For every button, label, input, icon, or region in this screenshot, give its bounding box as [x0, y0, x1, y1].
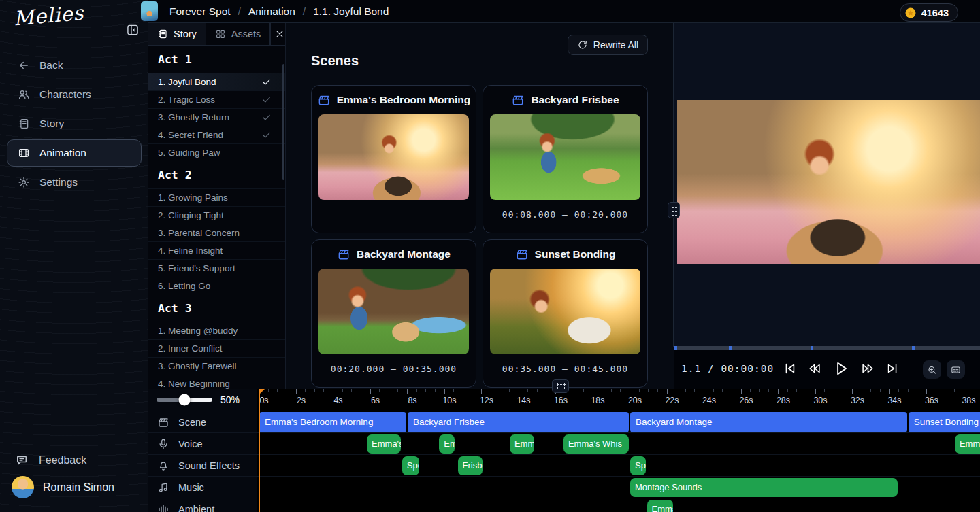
rewind-button[interactable] — [807, 361, 822, 378]
sidebar-item-story[interactable]: Story — [7, 110, 142, 137]
ruler-tick — [416, 389, 417, 392]
timeline-resize-handle[interactable] — [552, 379, 569, 393]
coin-icon — [904, 7, 917, 19]
breadcrumb-section[interactable]: Animation — [248, 5, 295, 18]
ruler-tick — [323, 389, 324, 392]
story-item-2-clinging-tight[interactable]: 2. Clinging Tight — [148, 206, 285, 224]
story-item-5-friend-s-support[interactable]: 5. Friend's Support — [148, 259, 285, 277]
act-header: Act 2 — [148, 161, 285, 188]
breadcrumb-scene[interactable]: 1.1. Joyful Bond — [313, 5, 389, 18]
clip-emma[interactable]: Emma — [439, 434, 455, 454]
clip-sunset-bonding[interactable]: Sunset Bonding — [909, 412, 980, 432]
clip-frisbe[interactable]: Frisbe — [458, 456, 483, 475]
ruler-tick — [732, 389, 732, 392]
ruler-tick — [926, 389, 927, 394]
clip-emma[interactable]: Emma — [955, 434, 980, 454]
scene-thumbnail[interactable] — [318, 269, 469, 354]
panel-resize-handle[interactable] — [668, 202, 680, 218]
track-label-sound-effects[interactable]: Sound Effects — [148, 455, 257, 477]
tab-story[interactable]: Story — [148, 23, 206, 45]
clip-emma-s[interactable]: Emma's — [367, 434, 401, 454]
sidebar-item-animation[interactable]: Animation — [7, 139, 142, 167]
clapperboard-icon — [317, 93, 331, 107]
ruler-label: 20s — [628, 396, 642, 405]
rewrite-all-button[interactable]: Rewrite All — [568, 35, 648, 55]
user-menu[interactable]: Romain Simon — [12, 476, 114, 498]
clip-emma[interactable]: Emma — [510, 434, 534, 454]
skip-start-button[interactable] — [782, 361, 797, 378]
credits-badge[interactable]: 41643 — [900, 3, 958, 22]
scene-card-sunset-bonding[interactable]: Sunset Bonding00:35.000 – 00:45.000 — [483, 239, 648, 388]
project-thumbnail[interactable] — [141, 1, 158, 21]
zoom-in-button[interactable] — [923, 360, 941, 379]
clip-backyard-montage[interactable]: Backyard Montage — [630, 412, 907, 432]
clip-backyard-frisbee[interactable]: Backyard Frisbee — [408, 412, 629, 432]
scene-thumbnail[interactable] — [318, 114, 469, 200]
clip-montage-sounds[interactable]: Montage Sounds — [630, 478, 898, 497]
story-item-label: 5. Guiding Paw — [158, 148, 220, 158]
scene-thumbnail[interactable] — [490, 269, 640, 354]
app-logo[interactable]: Melies — [13, 1, 85, 31]
track-label-music[interactable]: Music — [148, 477, 257, 498]
timeline: 50% SceneVoiceSound EffectsMusicAmbient … — [148, 389, 980, 512]
story-item-3-ghostly-return[interactable]: 3. Ghostly Return — [148, 108, 285, 126]
play-button[interactable] — [832, 360, 850, 379]
story-item-1-meeting-buddy[interactable]: 1. Meeting @buddy — [148, 322, 285, 339]
feedback-button[interactable]: Feedback — [15, 454, 86, 467]
track-label-voice[interactable]: Voice — [148, 433, 257, 455]
sidebar-collapse-button[interactable] — [126, 23, 140, 37]
tab-assets[interactable]: Assets — [206, 23, 271, 45]
check-icon — [261, 77, 272, 87]
track-label-scene[interactable]: Scene — [148, 411, 257, 433]
timeline-zoom-slider[interactable] — [157, 398, 212, 402]
story-item-4-secret-friend[interactable]: 4. Secret Friend — [148, 126, 285, 143]
clip-spo[interactable]: Spo — [402, 456, 419, 475]
transport-tools — [923, 360, 965, 379]
story-item-2-tragic-loss[interactable]: 2. Tragic Loss — [148, 90, 285, 108]
breadcrumb-project[interactable]: Forever Spot — [169, 5, 231, 18]
skip-end-button[interactable] — [885, 361, 900, 378]
avatar — [12, 476, 34, 498]
ruler-tick — [722, 389, 723, 392]
fast-forward-button[interactable] — [860, 361, 875, 378]
track-row-ambient[interactable]: Emma — [257, 498, 980, 512]
story-item-2-inner-conflict[interactable]: 2. Inner Conflict — [148, 339, 285, 357]
scene-thumbnail[interactable] — [490, 114, 640, 200]
zoom-slider-knob[interactable] — [179, 394, 191, 406]
story-scrollbar[interactable] — [282, 64, 284, 180]
ruler-label: 10s — [442, 396, 456, 405]
ruler-tick — [463, 389, 463, 392]
track-label-ambient[interactable]: Ambient — [148, 498, 257, 512]
track-row-music[interactable]: Montage Sounds — [257, 477, 980, 498]
story-item-1-joyful-bond[interactable]: 1. Joyful Bond — [148, 73, 285, 90]
scene-card-backyard-frisbee[interactable]: Backyard Frisbee00:08.000 – 00:20.000 — [483, 85, 648, 233]
track-row-sound-effects[interactable]: SpoFrisbeSpo — [257, 455, 980, 477]
story-item-5-guiding-paw[interactable]: 5. Guiding Paw — [148, 143, 285, 161]
captions-button[interactable] — [947, 360, 965, 379]
scene-card-emma-s-bedroom-morning[interactable]: Emma's Bedroom Morning — [311, 85, 476, 233]
sidebar-item-characters[interactable]: Characters — [7, 81, 142, 108]
sidebar-item-settings[interactable]: Settings — [7, 169, 142, 196]
story-item-label: 4. New Beginning — [158, 379, 230, 389]
story-item-6-letting-go[interactable]: 6. Letting Go — [148, 277, 285, 294]
story-item-1-growing-pains[interactable]: 1. Growing Pains — [148, 188, 285, 206]
timeline-ruler[interactable]: 0s2s4s6s8s10s12s14s16s18s20s22s24s26s28s… — [257, 389, 980, 411]
clip-emma[interactable]: Emma — [647, 500, 674, 512]
playhead[interactable] — [259, 389, 260, 512]
clip-emma-s-whis[interactable]: Emma's Whis — [564, 434, 629, 454]
video-preview[interactable] — [677, 100, 980, 264]
clip-emma-s-bedroom-morning[interactable]: Emma's Bedroom Morning — [259, 412, 406, 432]
story-item-label: 1. Growing Pains — [158, 192, 228, 203]
track-row-voice[interactable]: Emma'sEmmaEmmaEmma's WhisEmma — [257, 433, 980, 455]
story-item-3-ghostly-farewell[interactable]: 3. Ghostly Farewell — [148, 357, 285, 375]
story-item-4-new-beginning[interactable]: 4. New Beginning — [148, 375, 285, 389]
story-item-3-parental-concern[interactable]: 3. Parental Concern — [148, 224, 285, 241]
ruler-tick — [667, 389, 668, 394]
track-row-scene[interactable]: Emma's Bedroom MorningBackyard FrisbeeBa… — [257, 411, 980, 433]
check-icon — [261, 112, 272, 122]
clip-spo[interactable]: Spo — [630, 456, 646, 475]
scene-card-backyard-montage[interactable]: Backyard Montage00:20.000 – 00:35.000 — [311, 239, 476, 388]
story-item-4-feline-insight[interactable]: 4. Feline Insight — [148, 241, 285, 259]
sidebar-item-back[interactable]: Back — [7, 52, 142, 79]
sidebar-nav: BackCharactersStoryAnimationSettings — [7, 52, 142, 196]
